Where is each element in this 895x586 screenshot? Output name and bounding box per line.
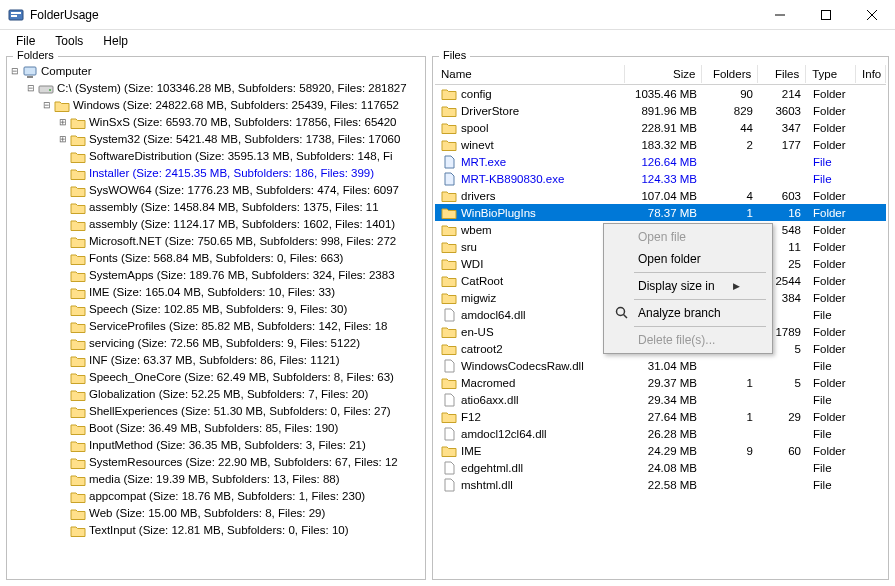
tree-item[interactable]: ShellExperiences (Size: 51.30 MB, Subfol… [9,403,423,420]
file-folders-cell: 2 [703,139,759,151]
file-name-cell: WDI [435,257,625,271]
file-folders-cell: 4 [703,190,759,202]
file-row[interactable]: Macromed29.37 MB15Folder [435,374,886,391]
tree-item[interactable]: SysWOW64 (Size: 1776.23 MB, Subfolders: … [9,182,423,199]
col-header-files[interactable]: Files [758,65,806,83]
files-panel: Files Name Size Folders Files Type Info … [432,56,889,580]
file-name-cell: F12 [435,410,625,424]
col-header-size[interactable]: Size [625,65,703,83]
folder-tree[interactable]: ⊟Computer⊟C:\ (System) (Size: 103346.28 … [9,63,423,539]
tree-item[interactable]: Installer (Size: 2415.35 MB, Subfolders:… [9,165,423,182]
file-type-cell: Folder [807,292,857,304]
file-row[interactable]: edgehtml.dll24.08 MBFile [435,459,886,476]
file-row[interactable]: IME24.29 MB960Folder [435,442,886,459]
tree-item[interactable]: assembly (Size: 1458.84 MB, Subfolders: … [9,199,423,216]
collapse-icon[interactable]: ⊟ [9,63,21,80]
ctx-separator [634,272,766,273]
tree-item[interactable]: Fonts (Size: 568.84 MB, Subfolders: 0, F… [9,250,423,267]
tree-item[interactable]: IME (Size: 165.04 MB, Subfolders: 10, Fi… [9,284,423,301]
collapse-icon[interactable]: ⊟ [25,80,37,97]
file-size-cell: 26.28 MB [625,428,703,440]
tree-item[interactable]: Web (Size: 15.00 MB, Subfolders: 8, File… [9,505,423,522]
tree-item-label: Boot (Size: 36.49 MB, Subfolders: 85, Fi… [89,420,338,437]
file-row[interactable]: WindowsCodecsRaw.dll31.04 MBFile [435,357,886,374]
tree-item[interactable]: Speech_OneCore (Size: 62.49 MB, Subfolde… [9,369,423,386]
tree-item[interactable]: SoftwareDistribution (Size: 3595.13 MB, … [9,148,423,165]
col-header-info[interactable]: Info [856,65,886,83]
file-row[interactable]: WinBioPlugIns78.37 MB116Folder [435,204,886,221]
file-row[interactable]: atio6axx.dll29.34 MBFile [435,391,886,408]
files-list-body[interactable]: Name Size Folders Files Type Info config… [433,63,888,579]
col-header-folders[interactable]: Folders [702,65,758,83]
tree-item[interactable]: Speech (Size: 102.85 MB, Subfolders: 9, … [9,301,423,318]
tree-item-label: assembly (Size: 1458.84 MB, Subfolders: … [89,199,379,216]
tree-item[interactable]: Microsoft.NET (Size: 750.65 MB, Subfolde… [9,233,423,250]
file-row[interactable]: winevt183.32 MB2177Folder [435,136,886,153]
tree-item-label: SysWOW64 (Size: 1776.23 MB, Subfolders: … [89,182,399,199]
expand-icon[interactable]: ⊞ [57,114,69,131]
file-row[interactable]: DriverStore891.96 MB8293603Folder [435,102,886,119]
tree-item[interactable]: TextInput (Size: 12.81 MB, Subfolders: 0… [9,522,423,539]
tree-item-label: Speech_OneCore (Size: 62.49 MB, Subfolde… [89,369,394,386]
file-type-cell: Folder [807,207,857,219]
tree-item[interactable]: ServiceProfiles (Size: 85.82 MB, Subfold… [9,318,423,335]
tree-item-label: System32 (Size: 5421.48 MB, Subfolders: … [89,131,400,148]
tree-item[interactable]: ⊞System32 (Size: 5421.48 MB, Subfolders:… [9,131,423,148]
col-header-name[interactable]: Name [435,65,625,83]
computer-icon [22,65,38,79]
file-files-cell: 603 [759,190,807,202]
col-header-type[interactable]: Type [806,65,856,83]
file-row[interactable]: spool228.91 MB44347Folder [435,119,886,136]
tree-item-label: Windows (Size: 24822.68 MB, Subfolders: … [73,97,399,114]
folders-tree-body[interactable]: ⊟Computer⊟C:\ (System) (Size: 103346.28 … [7,63,425,579]
tree-item[interactable]: InputMethod (Size: 36.35 MB, Subfolders:… [9,437,423,454]
file-type-cell: File [807,428,857,440]
file-name-label: WDI [461,258,483,270]
collapse-icon[interactable]: ⊟ [41,97,53,114]
maximize-button[interactable] [803,0,849,30]
close-button[interactable] [849,0,895,30]
context-menu: Open file Open folder Display size in ▶ … [603,223,773,354]
file-icon [441,478,457,492]
tree-item[interactable]: appcompat (Size: 18.76 MB, Subfolders: 1… [9,488,423,505]
menu-help[interactable]: Help [93,32,138,50]
folder-icon [70,286,86,300]
file-row[interactable]: config1035.46 MB90214Folder [435,85,886,102]
ctx-analyze-branch[interactable]: Analyze branch [606,302,770,324]
file-row[interactable]: MRT.exe126.64 MBFile [435,153,886,170]
minimize-button[interactable] [757,0,803,30]
file-row[interactable]: MRT-KB890830.exe124.33 MBFile [435,170,886,187]
file-icon [441,427,457,441]
file-row[interactable]: F1227.64 MB129Folder [435,408,886,425]
folder-icon [441,376,457,390]
tree-item[interactable]: ⊟Windows (Size: 24822.68 MB, Subfolders:… [9,97,423,114]
tree-item[interactable]: SystemResources (Size: 22.90 MB, Subfold… [9,454,423,471]
tree-item[interactable]: ⊞WinSxS (Size: 6593.70 MB, Subfolders: 1… [9,114,423,131]
file-name-label: en-US [461,326,494,338]
file-name-label: sru [461,241,477,253]
ctx-display-size[interactable]: Display size in ▶ [606,275,770,297]
tree-item[interactable]: SystemApps (Size: 189.76 MB, Subfolders:… [9,267,423,284]
tree-item[interactable]: media (Size: 19.39 MB, Subfolders: 13, F… [9,471,423,488]
tree-item[interactable]: assembly (Size: 1124.17 MB, Subfolders: … [9,216,423,233]
tree-item[interactable]: Globalization (Size: 52.25 MB, Subfolder… [9,386,423,403]
tree-item[interactable]: INF (Size: 63.37 MB, Subfolders: 86, Fil… [9,352,423,369]
file-folders-cell: 1 [703,377,759,389]
ctx-open-file-label: Open file [638,230,686,244]
menu-tools[interactable]: Tools [45,32,93,50]
file-row[interactable]: amdocl12cl64.dll26.28 MBFile [435,425,886,442]
expand-icon[interactable]: ⊞ [57,131,69,148]
file-row[interactable]: mshtml.dll22.58 MBFile [435,476,886,493]
tree-item[interactable]: ⊟Computer [9,63,423,80]
files-panel-title: Files [439,49,470,61]
folder-icon [70,269,86,283]
tree-item[interactable]: Boot (Size: 36.49 MB, Subfolders: 85, Fi… [9,420,423,437]
file-size-cell: 228.91 MB [625,122,703,134]
file-name-cell: IME [435,444,625,458]
file-name-cell: mshtml.dll [435,478,625,492]
ctx-open-folder[interactable]: Open folder [606,248,770,270]
tree-item[interactable]: servicing (Size: 72.56 MB, Subfolders: 9… [9,335,423,352]
file-row[interactable]: drivers107.04 MB4603Folder [435,187,886,204]
menu-file[interactable]: File [6,32,45,50]
tree-item[interactable]: ⊟C:\ (System) (Size: 103346.28 MB, Subfo… [9,80,423,97]
